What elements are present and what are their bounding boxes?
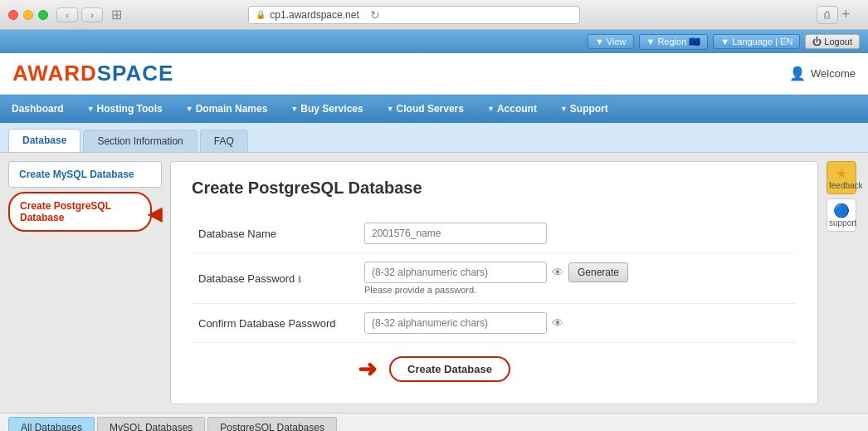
url-text: cp1.awardspace.net — [270, 9, 358, 21]
db-name-input[interactable] — [364, 223, 547, 244]
language-button[interactable]: ▼ Language | EN — [713, 34, 800, 49]
create-mysql-button[interactable]: Create MySQL Database — [8, 161, 162, 188]
close-button[interactable] — [8, 10, 18, 20]
form-table: Database Name Database Password ℹ 👁 Gene… — [192, 214, 797, 343]
nav-item-domain-names[interactable]: ▼ Domain Names — [174, 95, 280, 123]
back-button[interactable]: ‹ — [56, 7, 78, 22]
arrow-right-icon: ➜ — [358, 355, 377, 383]
db-password-row: Database Password ℹ 👁 Generate Please pr… — [192, 253, 797, 304]
password-hint: Please provide a password. — [364, 285, 790, 295]
tab-grid-icon[interactable]: ⊞ — [111, 7, 122, 22]
lock-icon: 🔒 — [256, 10, 266, 19]
show-confirm-password-button[interactable]: 👁 — [552, 316, 563, 330]
password-input-group: 👁 Generate — [364, 262, 790, 283]
db-name-cell — [358, 214, 797, 253]
confirm-password-label: Confirm Database Password — [192, 304, 358, 343]
nav-arrow-icon: ▼ — [387, 105, 394, 113]
create-btn-area: ➜ Create Database — [192, 343, 797, 387]
forward-button[interactable]: › — [81, 7, 103, 22]
bottom-tab-all-databases[interactable]: All Databases — [8, 417, 95, 431]
user-icon: 👤 — [789, 66, 806, 81]
nav-arrow-icon: ▼ — [186, 105, 193, 113]
show-password-button[interactable]: 👁 — [552, 266, 563, 279]
region-button[interactable]: ▼ Region 🇪🇺 — [639, 34, 709, 50]
traffic-lights — [8, 10, 48, 20]
confirm-password-row: Confirm Database Password 👁 — [192, 304, 797, 343]
bottom-tab-mysql-databases[interactable]: MySQL Databases — [97, 417, 205, 431]
db-name-row: Database Name — [192, 214, 797, 253]
nav-item-cloud-servers[interactable]: ▼ Cloud Servers — [375, 95, 475, 123]
bottom-tabs: All Databases MySQL Databases PostgreSQL… — [0, 413, 868, 431]
nav-item-hosting-tools[interactable]: ▼ Hosting Tools — [76, 95, 174, 123]
db-password-cell: 👁 Generate Please provide a password. — [358, 253, 797, 304]
db-name-label: Database Name — [192, 214, 358, 253]
nav-arrow-icon: ▼ — [560, 105, 568, 113]
maximize-button[interactable] — [38, 10, 48, 20]
sidebar-arrow-indicator: ◀ — [148, 203, 162, 225]
sidebar: Create MySQL Database Create PostgreSQL … — [8, 161, 162, 404]
confirm-password-input-group: 👁 — [364, 312, 790, 334]
nav-item-account[interactable]: ▼ Account — [475, 95, 549, 123]
new-tab-button[interactable]: + — [841, 6, 860, 24]
window-chrome: ‹ › ⊞ 🔒 cp1.awardspace.net ↻ ⎙ + — [0, 0, 868, 30]
support-icon: 🔵 — [829, 203, 854, 218]
confirm-password-input[interactable] — [364, 312, 547, 334]
star-icon: ★ — [829, 165, 854, 181]
nav-item-support[interactable]: ▼ Support — [549, 95, 620, 123]
page-title: Create PostgreSQL Database — [192, 179, 797, 198]
tab-database[interactable]: Database — [8, 129, 80, 152]
tab-section-information[interactable]: Section Information — [83, 130, 197, 152]
reload-button[interactable]: ↻ — [370, 8, 380, 22]
confirm-password-cell: 👁 — [358, 304, 797, 343]
create-postgresql-button[interactable]: Create PostgreSQL Database — [8, 192, 152, 232]
db-password-input[interactable] — [364, 262, 547, 283]
header: AWARDSPACE 👤 Welcome — [0, 53, 868, 95]
address-bar[interactable]: 🔒 cp1.awardspace.net ↻ — [248, 6, 580, 24]
content-area: Create MySQL Database Create PostgreSQL … — [0, 153, 868, 413]
nav-arrow-icon: ▼ — [87, 105, 95, 113]
main-nav: Dashboard ▼ Hosting Tools ▼ Domain Names… — [0, 95, 868, 123]
db-password-label: Database Password ℹ — [192, 253, 358, 304]
nav-item-dashboard[interactable]: Dashboard — [0, 95, 76, 123]
tab-bar: Database Section Information FAQ — [0, 123, 868, 153]
generate-password-button[interactable]: Generate — [568, 262, 628, 282]
top-toolbar: ▼ View ▼ Region 🇪🇺 ▼ Language | EN ⏻ Log… — [0, 30, 868, 53]
view-button[interactable]: ▼ View — [588, 34, 634, 49]
welcome-text: Welcome — [811, 67, 856, 80]
info-icon[interactable]: ℹ — [298, 274, 301, 284]
minimize-button[interactable] — [23, 10, 33, 20]
logo: AWARDSPACE — [12, 61, 173, 86]
bottom-tab-postgresql-databases[interactable]: PostgreSQL Databases — [207, 417, 337, 431]
nav-arrow-icon: ▼ — [487, 105, 495, 113]
tab-faq[interactable]: FAQ — [200, 130, 248, 152]
right-sidebar: ★ feedback 🔵 support — [827, 161, 860, 404]
share-button[interactable]: ⎙ — [817, 6, 838, 24]
logout-button[interactable]: ⏻ Logout — [805, 34, 860, 49]
main-content-panel: Create PostgreSQL Database Database Name… — [170, 161, 818, 404]
support-button[interactable]: 🔵 support — [827, 198, 856, 232]
welcome-area: 👤 Welcome — [789, 66, 856, 81]
create-database-button[interactable]: Create Database — [389, 356, 510, 382]
feedback-button[interactable]: ★ feedback — [827, 161, 856, 194]
nav-item-buy-services[interactable]: ▼ Buy Services — [279, 95, 374, 123]
nav-arrow-icon: ▼ — [290, 105, 298, 113]
